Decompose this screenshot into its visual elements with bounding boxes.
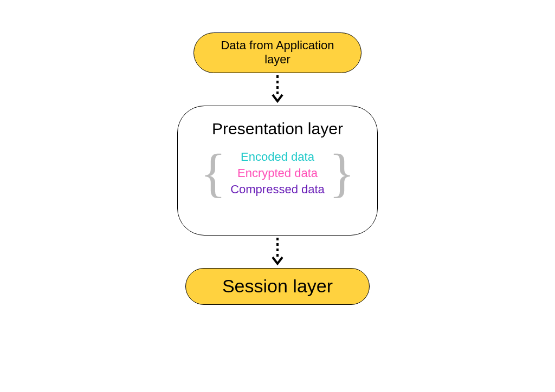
right-brace-icon: } bbox=[329, 146, 355, 200]
encoded-data-label: Encoded data bbox=[241, 150, 314, 164]
application-layer-label: Data from Application layer bbox=[210, 38, 345, 67]
left-brace-icon: { bbox=[200, 146, 226, 200]
arrow-down-icon bbox=[271, 237, 284, 267]
application-layer-box: Data from Application layer bbox=[193, 32, 362, 73]
compressed-data-label: Compressed data bbox=[230, 182, 325, 197]
session-layer-box: Session layer bbox=[185, 268, 370, 305]
arrow-top bbox=[271, 73, 284, 106]
presentation-layer-box: Presentation layer { Encoded data Encryp… bbox=[177, 106, 378, 236]
arrow-bottom bbox=[271, 236, 284, 268]
arrow-down-icon bbox=[271, 74, 284, 104]
brace-group: { Encoded data Encrypted data Compressed… bbox=[200, 146, 355, 200]
data-transform-list: Encoded data Encrypted data Compressed d… bbox=[230, 150, 325, 197]
encrypted-data-label: Encrypted data bbox=[237, 166, 318, 180]
session-layer-label: Session layer bbox=[222, 276, 333, 297]
presentation-layer-title: Presentation layer bbox=[212, 120, 343, 138]
